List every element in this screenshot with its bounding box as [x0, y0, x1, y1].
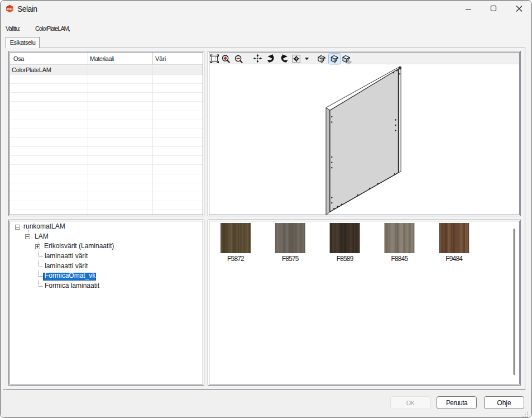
svg-text:InD: InD: [7, 7, 13, 11]
